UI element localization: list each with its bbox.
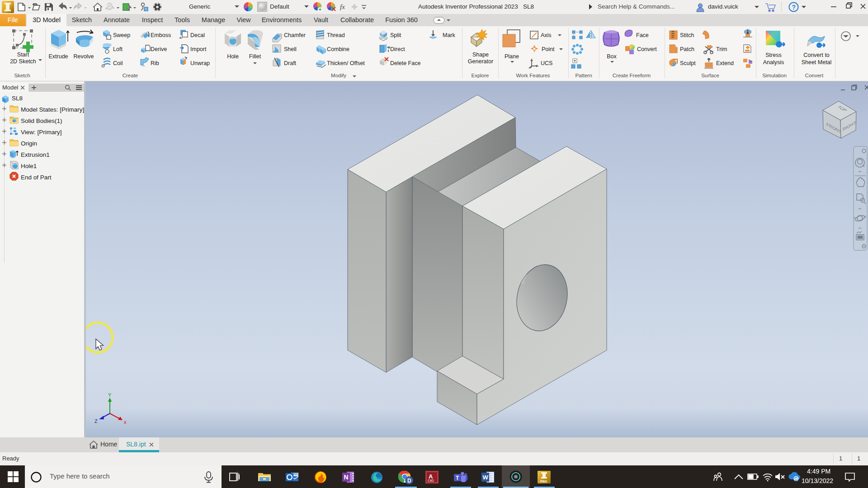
svg-text:Hole1: Hole1 <box>21 163 37 169</box>
svg-text:N: N <box>344 474 349 481</box>
svg-text:Z: Z <box>94 418 98 424</box>
svg-text:Extrusion1: Extrusion1 <box>21 151 50 158</box>
svg-text:CAD: CAD <box>428 479 434 482</box>
svg-text:T: T <box>456 475 459 481</box>
svg-text:Origin: Origin <box>21 140 37 147</box>
svg-text:Y: Y <box>108 393 112 398</box>
svg-text:Solid Bodies(1): Solid Bodies(1) <box>21 117 62 124</box>
svg-text:fx: fx <box>340 3 345 10</box>
svg-text:SL8: SL8 <box>12 95 23 102</box>
svg-text:PRO: PRO <box>540 480 547 483</box>
svg-text:Model States: [Primary]: Model States: [Primary] <box>21 106 84 113</box>
svg-text:End of Part: End of Part <box>21 174 52 181</box>
svg-text:View: [Primary]: View: [Primary] <box>21 129 62 136</box>
svg-text:x: x <box>124 419 127 425</box>
svg-text:?: ? <box>792 4 796 11</box>
svg-text:W: W <box>483 474 489 481</box>
svg-text:D: D <box>407 478 411 484</box>
